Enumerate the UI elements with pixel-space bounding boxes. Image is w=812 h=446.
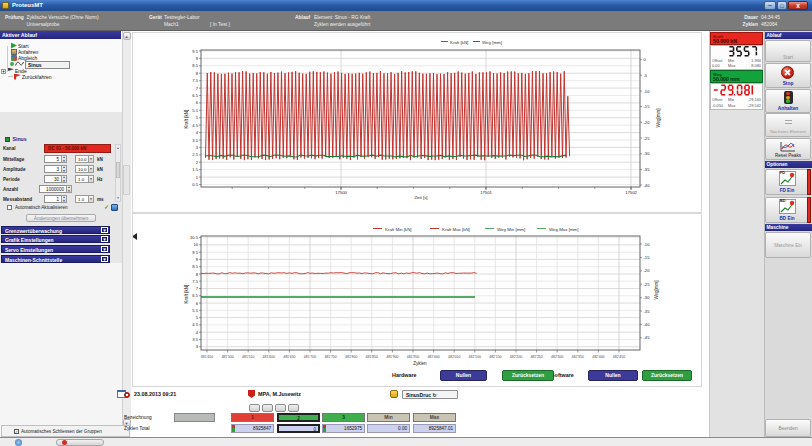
svg-text:481'700: 481'700	[304, 355, 316, 359]
svg-text:4.5: 4.5	[192, 322, 198, 327]
svg-text:-20: -20	[644, 120, 651, 125]
svg-text:481'550: 481'550	[242, 355, 254, 359]
svg-text:482'350: 482'350	[572, 355, 584, 359]
svg-text:482'400: 482'400	[592, 355, 604, 359]
svg-text:4: 4	[196, 330, 199, 335]
svg-text:9.5: 9.5	[192, 250, 198, 255]
svg-text:Kraft [kN]: Kraft [kN]	[450, 40, 468, 45]
svg-text:Weg[mm]: Weg[mm]	[654, 280, 659, 299]
svg-text:-40: -40	[644, 322, 651, 327]
svg-text:482'050: 482'050	[448, 355, 460, 359]
svg-text:-10: -10	[644, 89, 651, 94]
svg-text:6.5: 6.5	[192, 293, 198, 298]
svg-text:8: 8	[196, 71, 199, 76]
svg-text:2: 2	[196, 160, 199, 165]
svg-text:5: 5	[196, 315, 199, 320]
svg-text:-5: -5	[644, 73, 648, 78]
svg-text:482'300: 482'300	[551, 355, 563, 359]
svg-text:482'150: 482'150	[489, 355, 501, 359]
svg-text:1.5: 1.5	[192, 167, 198, 172]
svg-text:6: 6	[196, 301, 199, 306]
svg-text:-35: -35	[644, 167, 651, 172]
svg-text:481'500: 481'500	[221, 355, 233, 359]
svg-text:4.5: 4.5	[192, 123, 198, 128]
svg-text:9.5: 9.5	[192, 49, 198, 54]
svg-text:7: 7	[196, 86, 199, 91]
svg-text:3.5: 3.5	[192, 138, 198, 143]
svg-text:3: 3	[196, 344, 199, 349]
svg-text:17502: 17502	[625, 190, 637, 195]
svg-text:481'850: 481'850	[366, 355, 378, 359]
svg-text:3: 3	[196, 145, 199, 150]
svg-text:-40: -40	[644, 183, 651, 188]
svg-text:-25: -25	[644, 282, 651, 287]
svg-text:-15: -15	[644, 255, 651, 260]
svg-text:10: 10	[193, 242, 198, 247]
svg-text:Weg Min [mm]: Weg Min [mm]	[497, 227, 525, 232]
svg-text:8: 8	[196, 272, 199, 277]
svg-text:2.5: 2.5	[192, 152, 198, 157]
svg-text:17501: 17501	[480, 190, 492, 195]
svg-text:0.5: 0.5	[192, 182, 198, 187]
svg-text:-35: -35	[644, 309, 651, 314]
svg-text:Weg Max [mm]: Weg Max [mm]	[549, 227, 578, 232]
svg-text:Weg[mm]: Weg[mm]	[656, 108, 661, 127]
svg-text:8.5: 8.5	[192, 264, 198, 269]
svg-text:7.5: 7.5	[192, 78, 198, 83]
svg-text:481'450: 481'450	[201, 355, 213, 359]
svg-text:6.5: 6.5	[192, 93, 198, 98]
svg-text:10.5: 10.5	[190, 235, 199, 240]
svg-text:0: 0	[644, 57, 647, 62]
svg-text:481'600: 481'600	[263, 355, 275, 359]
svg-text:482'200: 482'200	[510, 355, 522, 359]
svg-text:482'100: 482'100	[469, 355, 481, 359]
svg-text:5.5: 5.5	[192, 108, 198, 113]
svg-text:-30: -30	[644, 295, 651, 300]
svg-text:5.5: 5.5	[192, 308, 198, 313]
svg-text:-25: -25	[644, 136, 651, 141]
svg-text:9: 9	[196, 56, 199, 61]
svg-text:481'650: 481'650	[283, 355, 295, 359]
svg-text:17500: 17500	[335, 190, 347, 195]
svg-text:481'950: 481'950	[407, 355, 419, 359]
svg-text:4: 4	[196, 130, 199, 135]
svg-text:481'800: 481'800	[345, 355, 357, 359]
svg-text:-15: -15	[644, 104, 651, 109]
svg-text:Weg [mm]: Weg [mm]	[482, 40, 502, 45]
svg-text:482'250: 482'250	[530, 355, 542, 359]
svg-text:-20: -20	[644, 268, 651, 273]
svg-text:6: 6	[196, 100, 199, 105]
svg-text:481'900: 481'900	[386, 355, 398, 359]
svg-text:7: 7	[196, 286, 199, 291]
svg-text:9: 9	[196, 257, 199, 262]
svg-text:8.5: 8.5	[192, 63, 198, 68]
svg-text:Kraft [kN]: Kraft [kN]	[184, 285, 189, 304]
svg-text:Kraft Max [kN]: Kraft Max [kN]	[442, 227, 470, 232]
svg-text:-30: -30	[644, 151, 651, 156]
svg-text:481'750: 481'750	[324, 355, 336, 359]
svg-text:-45: -45	[644, 335, 651, 340]
svg-text:482'000: 482'000	[427, 355, 439, 359]
svg-text:7.5: 7.5	[192, 279, 198, 284]
svg-text:1: 1	[196, 175, 199, 180]
svg-text:Kraft Min [kN]: Kraft Min [kN]	[385, 227, 412, 232]
svg-text:Kraft [kN]: Kraft [kN]	[184, 110, 189, 129]
svg-text:-10: -10	[644, 242, 651, 247]
svg-text:5: 5	[196, 115, 199, 120]
svg-text:3.5: 3.5	[192, 337, 198, 342]
svg-text:Zyklen: Zyklen	[413, 361, 427, 366]
svg-text:Zeit [s]: Zeit [s]	[414, 195, 427, 200]
svg-text:482'450: 482'450	[613, 355, 625, 359]
